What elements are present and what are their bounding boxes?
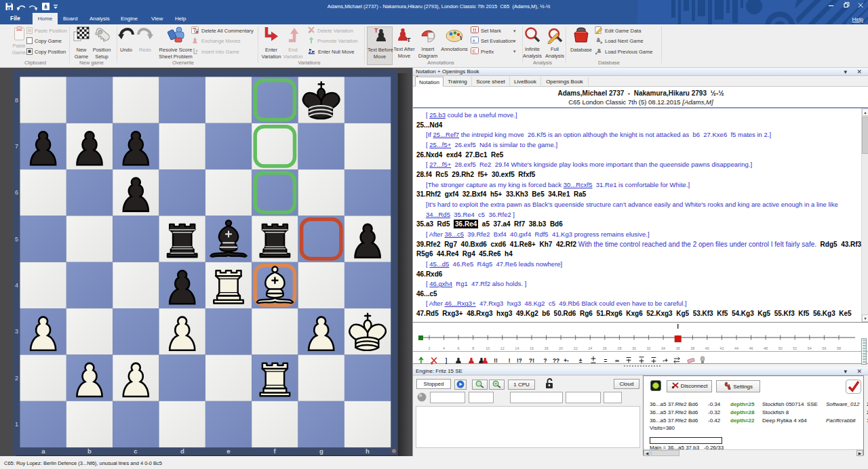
svg-text:!?: !? [517,357,522,364]
svg-text:d: d [180,447,184,455]
svg-text:22: 22 [574,346,578,350]
svg-text:26: 26 [603,346,607,350]
svg-text:36: 36 [676,346,680,350]
svg-text:±: ± [579,357,583,364]
svg-text:20: 20 [559,346,563,350]
svg-text:12: 12 [500,346,505,350]
svg-text:38: 38 [690,346,694,350]
svg-text:8: 8 [472,346,474,350]
svg-text:]: ] [446,357,448,364]
svg-text:58: 58 [837,346,841,350]
svg-text:∞: ∞ [615,357,619,364]
svg-text:4: 4 [15,282,18,289]
svg-text:g: g [319,447,323,455]
svg-text:1: 1 [15,421,18,428]
svg-text:52: 52 [793,346,797,350]
svg-text:7: 7 [15,143,18,150]
svg-text:32: 32 [647,346,651,350]
svg-text:46: 46 [749,346,753,350]
svg-text:=: = [604,357,608,364]
svg-text:T: T [374,27,378,34]
svg-text:!!: !! [473,27,476,33]
svg-text:??: ?? [553,357,559,364]
svg-text:42: 42 [719,346,724,350]
svg-text:8: 8 [15,97,18,104]
svg-text:56: 56 [822,346,826,350]
svg-text:18: 18 [545,346,549,350]
svg-text:b: b [87,447,92,455]
svg-text:h: h [366,447,370,455]
svg-text:40: 40 [705,346,709,350]
svg-text:4: 4 [443,346,445,350]
svg-text:!: ! [509,357,511,364]
svg-text:24: 24 [588,346,592,350]
svg-text:c: c [134,447,137,455]
svg-text:6: 6 [458,346,460,350]
svg-text:48: 48 [764,346,768,350]
svg-text:30: 30 [632,346,636,350]
svg-text:3: 3 [15,328,18,335]
svg-text:?!: ?! [529,357,534,364]
svg-text:2: 2 [15,375,18,382]
svg-text:28: 28 [617,346,621,350]
svg-text:50: 50 [778,346,783,350]
svg-text:34: 34 [661,346,665,350]
svg-text:54: 54 [808,346,812,350]
svg-text:e: e [226,447,230,455]
svg-text:16: 16 [530,346,534,350]
svg-text:a: a [41,447,45,455]
svg-text:2: 2 [428,346,430,350]
svg-text:T: T [407,37,411,43]
svg-text:-+: -+ [663,357,668,364]
svg-text:14: 14 [515,346,519,350]
svg-text:6: 6 [15,189,18,196]
svg-text:+-: +- [564,357,569,364]
svg-text:±: ± [473,37,476,43]
svg-text:!!: !! [494,357,498,364]
svg-text:44: 44 [734,346,738,350]
svg-text:10: 10 [486,346,490,350]
svg-text:E: E [473,48,476,54]
svg-text:?: ? [543,357,547,364]
svg-text:5: 5 [15,236,18,243]
